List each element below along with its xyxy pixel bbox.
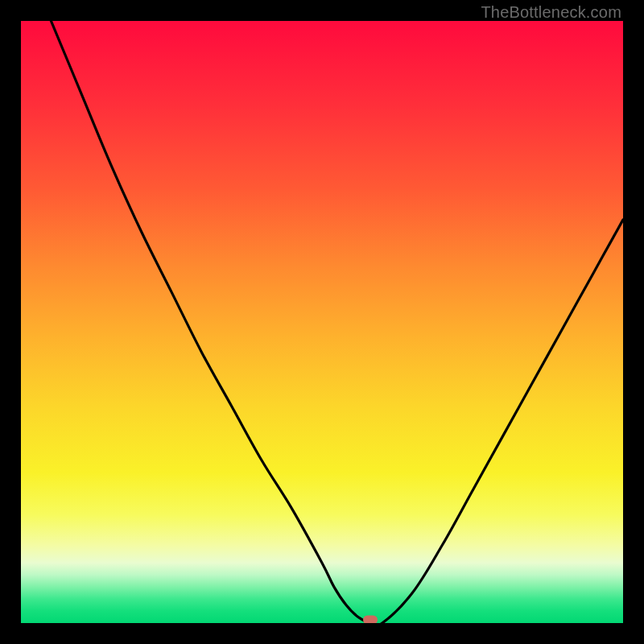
- minimum-marker: [363, 616, 378, 624]
- plot-area: [21, 21, 623, 623]
- chart-stage: TheBottleneck.com: [0, 0, 644, 644]
- bottleneck-curve: [21, 21, 623, 623]
- watermark-label: TheBottleneck.com: [481, 3, 621, 22]
